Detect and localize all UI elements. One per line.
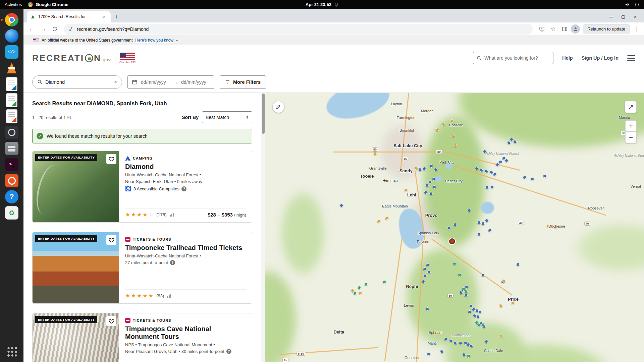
dock-app-icon[interactable] [4, 124, 20, 140]
histogram-icon[interactable] [167, 294, 171, 298]
reload-button[interactable] [50, 24, 60, 34]
map-marker[interactable] [359, 291, 362, 295]
map-marker[interactable] [425, 184, 429, 187]
map-marker[interactable] [523, 176, 526, 179]
dock-app-icon[interactable] [4, 60, 20, 76]
map-marker[interactable] [468, 209, 471, 212]
map-marker[interactable] [505, 159, 508, 162]
map-marker[interactable] [473, 314, 476, 317]
help-icon[interactable]: ? [181, 186, 186, 191]
map-marker[interactable] [418, 168, 422, 171]
result-title[interactable]: Diamond [125, 163, 243, 171]
new-tab-button[interactable]: + [113, 13, 120, 21]
map-marker[interactable] [481, 274, 485, 277]
map-marker[interactable] [507, 141, 511, 144]
help-icon[interactable]: ? [226, 349, 231, 354]
site-settings-icon[interactable] [68, 26, 73, 32]
map-marker[interactable] [475, 167, 478, 170]
result-title[interactable]: Timpanogos Cave National Monument Tours [125, 325, 243, 341]
draw-area-button[interactable] [272, 101, 284, 113]
map-marker[interactable] [485, 219, 488, 222]
favorite-button[interactable] [106, 154, 116, 164]
map-marker[interactable] [364, 283, 368, 286]
map-marker[interactable] [429, 192, 433, 195]
map-marker[interactable] [478, 310, 482, 314]
map-marker[interactable] [531, 177, 534, 181]
map-marker[interactable] [433, 185, 436, 189]
result-photo[interactable]: ENTER DATES FOR AVAILABILITY [33, 313, 119, 362]
map-marker[interactable] [499, 304, 502, 307]
window-maximize-button[interactable] [621, 14, 626, 20]
map-marker[interactable] [496, 163, 499, 166]
map-marker[interactable] [426, 307, 429, 311]
map-marker[interactable] [464, 294, 468, 297]
histogram-icon[interactable] [170, 213, 174, 217]
map-marker[interactable] [467, 354, 470, 358]
result-photo[interactable]: ENTER DATES FOR AVAILABILITY [33, 151, 119, 222]
clear-search-icon[interactable]: × [114, 79, 117, 85]
zoom-out-button[interactable]: − [625, 132, 637, 143]
recreation-logo[interactable]: RECREATI N .gov [32, 53, 111, 63]
map-marker[interactable] [490, 185, 494, 189]
map-marker[interactable] [453, 223, 457, 226]
map-marker[interactable] [385, 217, 388, 220]
more-filters-button[interactable]: More Filters [220, 75, 266, 89]
sort-select[interactable]: Best Match ▲▼ [202, 111, 252, 123]
map-marker[interactable] [373, 152, 377, 155]
map-marker[interactable] [427, 352, 430, 356]
site-search-input[interactable] [484, 55, 550, 61]
map-marker[interactable] [422, 280, 425, 283]
map-marker[interactable] [451, 134, 454, 137]
map-marker[interactable] [423, 267, 426, 271]
favorite-button[interactable] [106, 316, 116, 326]
result-card[interactable]: ENTER DATES FOR AVAILABILITY TI [32, 232, 252, 304]
map-marker[interactable] [493, 173, 496, 176]
map-marker[interactable] [472, 308, 475, 311]
date-range-picker[interactable]: → [127, 75, 214, 89]
map-marker[interactable] [485, 186, 489, 189]
favorite-button[interactable] [106, 235, 116, 245]
site-search-box[interactable] [473, 52, 553, 64]
map-marker[interactable] [516, 263, 520, 266]
results-scrollbar[interactable] [261, 93, 265, 362]
help-icon[interactable]: ? [170, 260, 175, 265]
map-marker[interactable] [488, 229, 491, 232]
bookmark-star-icon[interactable]: ☆ [548, 24, 558, 34]
dock-app-icon[interactable] [4, 140, 20, 157]
back-button[interactable]: ← [27, 24, 37, 34]
map-marker[interactable] [453, 262, 456, 265]
map-marker[interactable] [490, 171, 493, 174]
map-marker[interactable] [428, 180, 432, 184]
map-marker[interactable] [434, 168, 437, 171]
map-marker[interactable] [485, 170, 488, 173]
map-marker[interactable] [377, 220, 380, 223]
start-date-input[interactable] [141, 79, 170, 85]
map-marker[interactable] [476, 315, 480, 318]
profile-avatar[interactable] [571, 24, 580, 34]
dock-app-icon[interactable] [4, 173, 20, 189]
map-marker[interactable] [424, 191, 427, 194]
zoom-in-button[interactable]: + [625, 120, 637, 132]
dock-app-icon[interactable] [4, 44, 20, 60]
power-icon[interactable] [635, 2, 639, 7]
volume-icon[interactable] [625, 2, 630, 7]
map-marker[interactable] [464, 290, 468, 293]
end-date-input[interactable] [181, 79, 210, 85]
map-marker[interactable] [468, 310, 471, 314]
map-marker[interactable] [480, 169, 483, 172]
dock-app-icon[interactable] [4, 108, 20, 124]
map-marker[interactable] [423, 167, 426, 170]
browser-tab[interactable]: 1700+ Search Results for × [27, 11, 111, 22]
fullscreen-map-button[interactable] [625, 101, 637, 113]
map-marker[interactable] [432, 177, 435, 181]
map-marker[interactable] [436, 128, 439, 131]
map-marker[interactable] [481, 323, 485, 326]
install-icon[interactable] [537, 24, 547, 34]
map-marker[interactable] [426, 263, 429, 267]
result-photo[interactable]: ENTER DATES FOR AVAILABILITY [33, 232, 119, 303]
dock-app-icon[interactable] [4, 28, 20, 44]
dock-app-icon[interactable] [4, 205, 20, 221]
map-marker[interactable] [450, 119, 454, 123]
map-marker[interactable] [462, 353, 466, 356]
map-marker[interactable] [485, 340, 488, 343]
